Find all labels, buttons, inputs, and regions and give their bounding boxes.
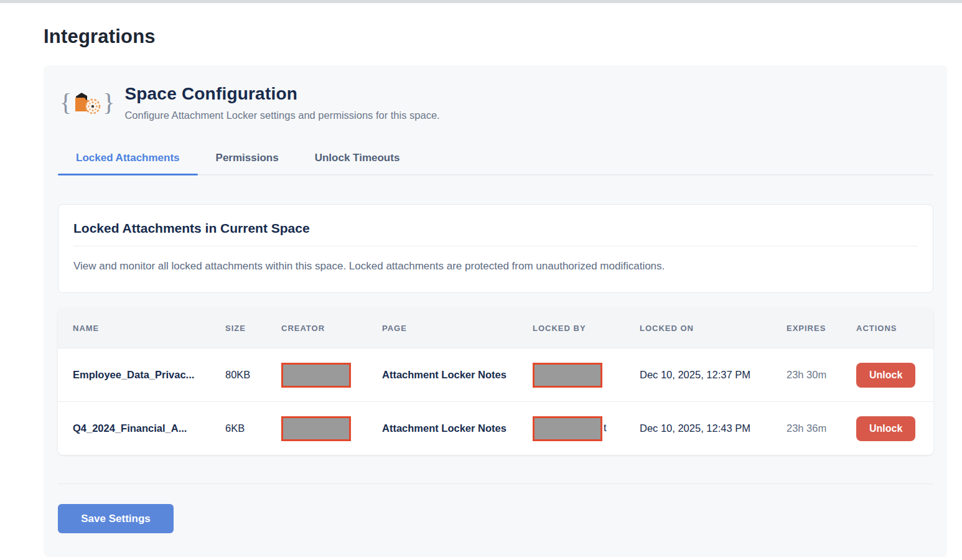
table-row: Employee_Data_Privac... 80KB Attachment …: [58, 348, 933, 401]
cell-actions: Unlock: [841, 363, 933, 388]
tab-unlock-timeouts[interactable]: Unlock Timeouts: [297, 142, 418, 174]
redacted-creator-box: [281, 363, 351, 388]
info-card-title: Locked Attachments in Current Space: [73, 221, 918, 246]
column-header-locked-by: Locked By: [518, 324, 625, 333]
redacted-creator-box: [281, 416, 351, 441]
space-configuration-panel: { } Space Configuration Configure Attach…: [44, 65, 947, 557]
tab-permissions[interactable]: Permissions: [198, 142, 297, 174]
attachment-locker-app-icon: { }: [60, 88, 114, 118]
column-header-size: Size: [210, 324, 266, 333]
redacted-locked-by-box: [533, 416, 602, 441]
cell-locked-by: [518, 363, 625, 388]
icon-left-brace: {: [60, 88, 72, 118]
cell-locked-on: Dec 10, 2025, 12:37 PM: [625, 369, 772, 381]
folder-lock-dial-icon: [72, 88, 102, 118]
window-top-strip: [0, 0, 962, 3]
panel-subtitle: Configure Attachment Locker settings and…: [124, 110, 439, 121]
cell-creator: [266, 363, 367, 388]
cell-name: Q4_2024_Financial_A...: [58, 422, 210, 434]
cell-creator: [266, 416, 367, 441]
locked-attachments-info-card: Locked Attachments in Current Space View…: [58, 204, 933, 293]
cell-actions: Unlock: [841, 416, 933, 441]
column-header-page: Page: [367, 324, 518, 333]
table-header-row: Name Size Creator Page Locked By Locked …: [58, 308, 933, 348]
tab-locked-attachments[interactable]: Locked Attachments: [58, 142, 198, 174]
column-header-creator: Creator: [266, 324, 367, 333]
table-row: Q4_2024_Financial_A... 6KB Attachment Lo…: [58, 401, 933, 455]
column-header-locked-on: Locked On: [625, 324, 772, 333]
info-card-description: View and monitor all locked attachments …: [73, 260, 918, 273]
cell-page: Attachment Locker Notes: [367, 369, 518, 381]
icon-right-brace: }: [103, 88, 114, 118]
redacted-locked-by-box: [533, 363, 602, 388]
panel-title: Space Configuration: [124, 84, 439, 104]
column-header-actions: Actions: [841, 324, 933, 333]
page-title: Integrations: [44, 26, 962, 48]
cell-expires: 23h 36m: [772, 422, 841, 434]
cell-locked-by: t: [518, 416, 625, 441]
locked-attachments-table: Name Size Creator Page Locked By Locked …: [58, 308, 933, 455]
cell-page: Attachment Locker Notes: [367, 422, 518, 434]
unlock-button[interactable]: Unlock: [856, 363, 915, 388]
cell-size: 6KB: [210, 422, 266, 434]
footer-divider: [58, 483, 933, 484]
cell-name: Employee_Data_Privac...: [58, 369, 210, 381]
column-header-name: Name: [58, 324, 210, 333]
panel-header: { } Space Configuration Configure Attach…: [60, 84, 933, 121]
redaction-text-remnant: t: [604, 422, 607, 433]
cell-size: 80KB: [210, 369, 266, 381]
cell-expires: 23h 30m: [772, 369, 841, 381]
tab-bar: Locked Attachments Permissions Unlock Ti…: [58, 142, 933, 175]
column-header-expires: Expires: [772, 324, 841, 333]
cell-locked-on: Dec 10, 2025, 12:43 PM: [625, 422, 772, 434]
save-settings-button[interactable]: Save Settings: [58, 504, 174, 533]
unlock-button[interactable]: Unlock: [856, 416, 915, 441]
